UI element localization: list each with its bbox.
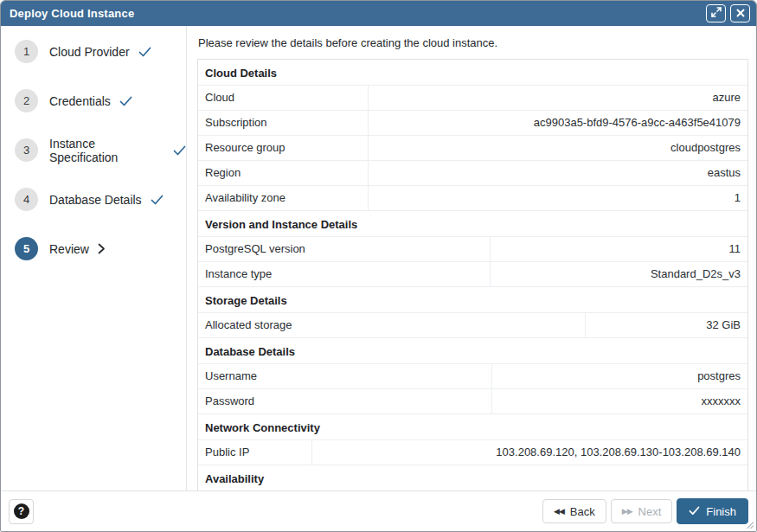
row-label: Instance type (198, 262, 491, 286)
close-button[interactable] (730, 4, 750, 22)
step-number-badge: 3 (15, 138, 38, 162)
titlebar: Deploy Cloud Instance (1, 1, 756, 26)
table-row: PostgreSQL version 11 (198, 236, 747, 261)
section-title: Database Details (198, 337, 747, 363)
review-message: Please review the details before creatin… (198, 36, 748, 49)
next-button-label: Next (638, 505, 662, 518)
row-value: Standard_D2s_v3 (491, 262, 747, 286)
table-row: Password xxxxxxx (198, 388, 747, 413)
question-mark-icon: ? (14, 503, 29, 519)
step-cloud-provider[interactable]: 1 Cloud Provider (15, 40, 186, 63)
step-review[interactable]: 5 Review (15, 237, 186, 260)
row-label: Subscription (198, 111, 369, 135)
row-label: Public IP (198, 440, 312, 465)
row-label: Region (198, 161, 369, 185)
section-title: Storage Details (198, 286, 747, 312)
dialog-title: Deploy Cloud Instance (10, 7, 702, 20)
row-value: eastus (369, 161, 747, 185)
check-mark-icon (173, 145, 186, 156)
double-left-arrows-icon: ◀◀ (554, 508, 564, 516)
table-row: Allocated storage 32 GiB (198, 312, 747, 337)
step-label: Review (49, 242, 89, 256)
row-value: 32 GiB (586, 313, 747, 337)
step-number-badge: 2 (15, 89, 38, 112)
maximize-button[interactable] (706, 4, 726, 22)
section-storage-details: Storage Details Allocated storage 32 GiB (198, 286, 747, 337)
table-row: Availability zone 1 (198, 185, 747, 210)
check-mark-icon (138, 47, 151, 57)
section-title: Network Connectivity (198, 413, 747, 439)
step-label: Credentials (49, 94, 111, 108)
section-title: Cloud Details (198, 60, 747, 85)
row-label: Cloud (198, 86, 369, 110)
close-icon (736, 7, 745, 20)
table-row: Username postgres (198, 363, 747, 388)
step-number-badge: 5 (15, 237, 38, 260)
table-row: Public IP 103.208.69.120, 103.208.69.130… (198, 439, 747, 465)
row-value: postgres (492, 364, 747, 388)
row-label: Availability zone (198, 186, 369, 210)
step-number-badge: 1 (15, 40, 38, 63)
table-row: Instance type Standard_D2s_v3 (198, 261, 747, 286)
finish-button[interactable]: Finish (677, 498, 748, 524)
section-network-connectivity: Network Connectivity Public IP 103.208.6… (198, 413, 747, 465)
dialog-footer: ? ◀◀ Back ▶▶ Next Finish (1, 490, 756, 531)
help-button[interactable]: ? (9, 499, 34, 524)
section-availability: Availability High availability True (198, 465, 747, 490)
step-database-details[interactable]: 4 Database Details (15, 188, 186, 211)
row-value: 103.208.69.120, 103.208.69.130-103.208.6… (312, 440, 747, 465)
dialog-body: 1 Cloud Provider 2 Credentials 3 Instanc… (1, 26, 756, 490)
row-value: azure (369, 86, 747, 110)
step-number-badge: 4 (15, 188, 38, 211)
row-label: Allocated storage (198, 313, 586, 337)
row-value: cloudpostgres (369, 136, 747, 160)
deploy-cloud-instance-dialog: Deploy Cloud Instance 1 Cloud Provider (0, 0, 757, 532)
step-credentials[interactable]: 2 Credentials (15, 89, 186, 112)
wizard-steps-sidebar: 1 Cloud Provider 2 Credentials 3 Instanc… (1, 26, 187, 490)
row-value: ac9903a5-bfd9-4576-a9cc-a463f5e41079 (369, 111, 747, 135)
table-row: Resource group cloudpostgres (198, 135, 747, 160)
check-mark-icon (119, 96, 132, 106)
section-title: Version and Instance Details (198, 210, 747, 236)
review-panel: Please review the details before creatin… (187, 26, 756, 490)
maximize-icon (711, 7, 722, 20)
row-label: Resource group (198, 136, 369, 160)
double-right-arrows-icon: ▶▶ (622, 508, 632, 516)
check-mark-icon (689, 505, 700, 518)
review-table: Cloud Details Cloud azure Subscription a… (197, 59, 748, 490)
step-label: Database Details (49, 193, 142, 207)
row-label: Password (198, 389, 492, 413)
chevron-right-icon (98, 243, 106, 254)
row-value: xxxxxxx (492, 389, 747, 413)
table-row: Cloud azure (198, 85, 747, 110)
row-value: 1 (369, 186, 747, 210)
check-mark-icon (151, 195, 164, 205)
back-button[interactable]: ◀◀ Back (542, 499, 606, 523)
resize-grip[interactable] (745, 520, 754, 529)
section-database-details: Database Details Username postgres Passw… (198, 337, 747, 413)
row-value: 11 (491, 237, 747, 261)
next-button[interactable]: ▶▶ Next (611, 499, 673, 523)
row-label: Username (198, 364, 492, 388)
section-title: Availability (198, 465, 747, 490)
section-cloud-details: Cloud Details Cloud azure Subscription a… (198, 60, 747, 210)
table-row: Subscription ac9903a5-bfd9-4576-a9cc-a46… (198, 110, 747, 135)
row-label: PostgreSQL version (198, 237, 491, 261)
finish-button-label: Finish (706, 505, 736, 518)
table-row: Region eastus (198, 160, 747, 185)
back-button-label: Back (570, 505, 595, 518)
step-label: Cloud Provider (49, 45, 130, 59)
step-label: Instance Specification (49, 137, 164, 164)
section-version-instance-details: Version and Instance Details PostgreSQL … (198, 210, 747, 286)
step-instance-specification[interactable]: 3 Instance Specification (15, 138, 186, 162)
